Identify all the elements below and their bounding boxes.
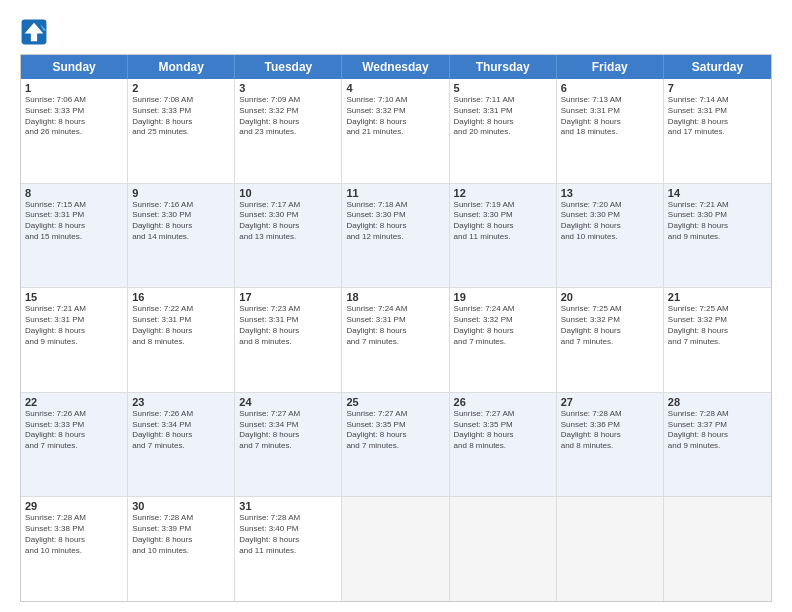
cell-line-4-0: Sunrise: 7:10 AM: [346, 95, 444, 106]
cell-line-6-3: and 18 minutes.: [561, 127, 659, 138]
day-cell-28: 28Sunrise: 7:28 AMSunset: 3:37 PMDayligh…: [664, 393, 771, 497]
cell-line-15-0: Sunrise: 7:21 AM: [25, 304, 123, 315]
cell-line-22-3: and 7 minutes.: [25, 441, 123, 452]
day-number-19: 19: [454, 291, 552, 303]
empty-cell-w5-d4: [450, 497, 557, 601]
cell-line-1-0: Sunrise: 7:06 AM: [25, 95, 123, 106]
cell-line-27-3: and 8 minutes.: [561, 441, 659, 452]
cell-line-28-0: Sunrise: 7:28 AM: [668, 409, 767, 420]
cell-line-27-2: Daylight: 8 hours: [561, 430, 659, 441]
cell-line-11-1: Sunset: 3:30 PM: [346, 210, 444, 221]
header-day-wednesday: Wednesday: [342, 55, 449, 79]
cell-line-4-3: and 21 minutes.: [346, 127, 444, 138]
cell-line-16-0: Sunrise: 7:22 AM: [132, 304, 230, 315]
cell-line-29-2: Daylight: 8 hours: [25, 535, 123, 546]
cell-line-20-1: Sunset: 3:32 PM: [561, 315, 659, 326]
empty-cell-w5-d3: [342, 497, 449, 601]
cell-line-30-2: Daylight: 8 hours: [132, 535, 230, 546]
cell-line-26-0: Sunrise: 7:27 AM: [454, 409, 552, 420]
cell-line-8-0: Sunrise: 7:15 AM: [25, 200, 123, 211]
cell-line-24-1: Sunset: 3:34 PM: [239, 420, 337, 431]
header: [20, 18, 772, 46]
cell-line-18-1: Sunset: 3:31 PM: [346, 315, 444, 326]
cell-line-4-1: Sunset: 3:32 PM: [346, 106, 444, 117]
cell-line-2-3: and 25 minutes.: [132, 127, 230, 138]
cell-line-5-2: Daylight: 8 hours: [454, 117, 552, 128]
cell-line-7-3: and 17 minutes.: [668, 127, 767, 138]
cell-line-7-0: Sunrise: 7:14 AM: [668, 95, 767, 106]
cell-line-14-2: Daylight: 8 hours: [668, 221, 767, 232]
cell-line-13-3: and 10 minutes.: [561, 232, 659, 243]
day-number-25: 25: [346, 396, 444, 408]
cell-line-1-3: and 26 minutes.: [25, 127, 123, 138]
day-number-21: 21: [668, 291, 767, 303]
logo: [20, 18, 52, 46]
day-number-26: 26: [454, 396, 552, 408]
day-cell-6: 6Sunrise: 7:13 AMSunset: 3:31 PMDaylight…: [557, 79, 664, 183]
cell-line-17-2: Daylight: 8 hours: [239, 326, 337, 337]
day-cell-7: 7Sunrise: 7:14 AMSunset: 3:31 PMDaylight…: [664, 79, 771, 183]
empty-cell-w5-d6: [664, 497, 771, 601]
day-number-11: 11: [346, 187, 444, 199]
day-number-12: 12: [454, 187, 552, 199]
cell-line-8-3: and 15 minutes.: [25, 232, 123, 243]
cell-line-3-1: Sunset: 3:32 PM: [239, 106, 337, 117]
cell-line-27-0: Sunrise: 7:28 AM: [561, 409, 659, 420]
cell-line-20-3: and 7 minutes.: [561, 337, 659, 348]
cell-line-21-1: Sunset: 3:32 PM: [668, 315, 767, 326]
cell-line-29-1: Sunset: 3:38 PM: [25, 524, 123, 535]
cell-line-21-0: Sunrise: 7:25 AM: [668, 304, 767, 315]
day-cell-10: 10Sunrise: 7:17 AMSunset: 3:30 PMDayligh…: [235, 184, 342, 288]
cell-line-12-0: Sunrise: 7:19 AM: [454, 200, 552, 211]
cell-line-4-2: Daylight: 8 hours: [346, 117, 444, 128]
cell-line-31-2: Daylight: 8 hours: [239, 535, 337, 546]
cell-line-13-2: Daylight: 8 hours: [561, 221, 659, 232]
calendar: SundayMondayTuesdayWednesdayThursdayFrid…: [20, 54, 772, 602]
cell-line-17-1: Sunset: 3:31 PM: [239, 315, 337, 326]
day-cell-22: 22Sunrise: 7:26 AMSunset: 3:33 PMDayligh…: [21, 393, 128, 497]
cell-line-16-2: Daylight: 8 hours: [132, 326, 230, 337]
cell-line-25-3: and 7 minutes.: [346, 441, 444, 452]
cell-line-8-1: Sunset: 3:31 PM: [25, 210, 123, 221]
cell-line-23-1: Sunset: 3:34 PM: [132, 420, 230, 431]
day-cell-26: 26Sunrise: 7:27 AMSunset: 3:35 PMDayligh…: [450, 393, 557, 497]
day-cell-8: 8Sunrise: 7:15 AMSunset: 3:31 PMDaylight…: [21, 184, 128, 288]
day-number-27: 27: [561, 396, 659, 408]
cell-line-9-0: Sunrise: 7:16 AM: [132, 200, 230, 211]
day-cell-21: 21Sunrise: 7:25 AMSunset: 3:32 PMDayligh…: [664, 288, 771, 392]
cell-line-14-1: Sunset: 3:30 PM: [668, 210, 767, 221]
cell-line-18-2: Daylight: 8 hours: [346, 326, 444, 337]
cell-line-21-3: and 7 minutes.: [668, 337, 767, 348]
day-cell-30: 30Sunrise: 7:28 AMSunset: 3:39 PMDayligh…: [128, 497, 235, 601]
day-number-6: 6: [561, 82, 659, 94]
cell-line-15-2: Daylight: 8 hours: [25, 326, 123, 337]
cell-line-23-2: Daylight: 8 hours: [132, 430, 230, 441]
cell-line-6-2: Daylight: 8 hours: [561, 117, 659, 128]
cell-line-22-1: Sunset: 3:33 PM: [25, 420, 123, 431]
cell-line-26-1: Sunset: 3:35 PM: [454, 420, 552, 431]
calendar-row-3: 15Sunrise: 7:21 AMSunset: 3:31 PMDayligh…: [21, 287, 771, 392]
day-number-28: 28: [668, 396, 767, 408]
cell-line-6-1: Sunset: 3:31 PM: [561, 106, 659, 117]
cell-line-30-0: Sunrise: 7:28 AM: [132, 513, 230, 524]
day-cell-18: 18Sunrise: 7:24 AMSunset: 3:31 PMDayligh…: [342, 288, 449, 392]
header-day-sunday: Sunday: [21, 55, 128, 79]
cell-line-28-1: Sunset: 3:37 PM: [668, 420, 767, 431]
cell-line-31-1: Sunset: 3:40 PM: [239, 524, 337, 535]
cell-line-2-1: Sunset: 3:33 PM: [132, 106, 230, 117]
day-cell-17: 17Sunrise: 7:23 AMSunset: 3:31 PMDayligh…: [235, 288, 342, 392]
day-number-8: 8: [25, 187, 123, 199]
day-cell-16: 16Sunrise: 7:22 AMSunset: 3:31 PMDayligh…: [128, 288, 235, 392]
cell-line-26-3: and 8 minutes.: [454, 441, 552, 452]
cell-line-10-3: and 13 minutes.: [239, 232, 337, 243]
cell-line-15-3: and 9 minutes.: [25, 337, 123, 348]
cell-line-12-3: and 11 minutes.: [454, 232, 552, 243]
cell-line-10-1: Sunset: 3:30 PM: [239, 210, 337, 221]
header-day-saturday: Saturday: [664, 55, 771, 79]
calendar-row-2: 8Sunrise: 7:15 AMSunset: 3:31 PMDaylight…: [21, 183, 771, 288]
cell-line-9-1: Sunset: 3:30 PM: [132, 210, 230, 221]
cell-line-28-2: Daylight: 8 hours: [668, 430, 767, 441]
cell-line-1-1: Sunset: 3:33 PM: [25, 106, 123, 117]
day-cell-24: 24Sunrise: 7:27 AMSunset: 3:34 PMDayligh…: [235, 393, 342, 497]
day-number-15: 15: [25, 291, 123, 303]
